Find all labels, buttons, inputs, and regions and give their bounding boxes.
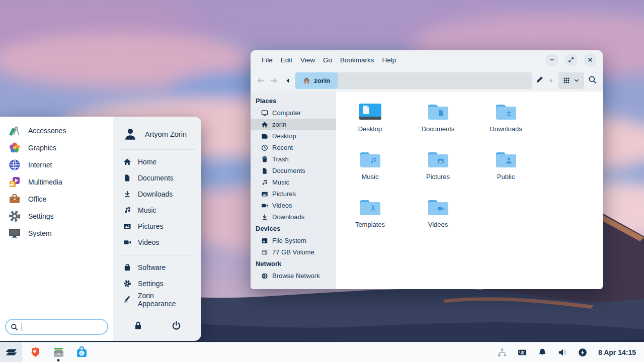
power-button[interactable] [168, 318, 185, 333]
graphics-icon [8, 141, 21, 154]
video-icon [123, 238, 131, 246]
pictures-folder-icon [425, 147, 452, 170]
menu-place-documents[interactable]: Documents [113, 170, 201, 186]
taskbar-app-software[interactable] [71, 342, 92, 362]
view-mode-button[interactable] [558, 72, 584, 89]
close-icon [587, 57, 593, 63]
folder-item-downloads[interactable]: Downloads [472, 99, 540, 146]
back-button[interactable] [257, 76, 265, 85]
category-multimedia[interactable]: Multimedia [0, 173, 113, 191]
sidebar-section-devices: Devices [251, 223, 336, 235]
session-buttons [113, 318, 201, 333]
power-status-icon[interactable] [578, 348, 587, 357]
power-icon [172, 321, 181, 330]
network-icon[interactable] [498, 348, 507, 357]
menu-bookmarks[interactable]: Bookmarks [336, 54, 378, 66]
sidebar-item-file-system[interactable]: File System [251, 235, 336, 246]
taskbar-app-files[interactable] [48, 342, 68, 362]
keyboard-icon[interactable] [518, 348, 527, 357]
folder-item-videos[interactable]: Videos [404, 194, 472, 242]
breadcrumb-scroll-left-button[interactable] [285, 77, 291, 84]
menu-file[interactable]: File [258, 54, 277, 66]
sidebar-item-browse-network[interactable]: Browse Network [251, 270, 336, 282]
sidebar-item-desktop[interactable]: Desktop [251, 130, 336, 142]
search-input[interactable] [26, 322, 103, 332]
category-system[interactable]: System [0, 225, 113, 242]
video-icon [261, 202, 268, 209]
chevron-down-icon [574, 77, 580, 83]
folder-item-pictures[interactable]: Pictures [404, 146, 472, 194]
folder-item-desktop[interactable]: Desktop [336, 99, 404, 146]
folder-item-public[interactable]: Public [472, 146, 540, 194]
zorin-menu-icon [5, 345, 18, 359]
category-settings[interactable]: Settings [0, 208, 113, 225]
menu-shortcut-settings[interactable]: Settings [113, 276, 201, 292]
sidebar-item-recent[interactable]: Recent [251, 142, 336, 153]
forward-button[interactable] [269, 76, 278, 85]
document-icon [261, 167, 268, 174]
software-bag-icon [123, 263, 131, 272]
user-menu[interactable]: Artyom Zorin [113, 124, 201, 145]
taskbar-app-brave[interactable] [25, 342, 45, 362]
close-button[interactable] [584, 53, 597, 66]
menu-go[interactable]: Go [319, 54, 336, 66]
start-menu-button[interactable] [0, 342, 22, 362]
clock[interactable]: 8 Apr 14:15 [598, 348, 636, 356]
desktop-folder-icon [357, 100, 384, 123]
user-icon [123, 127, 137, 141]
sidebar-item-music[interactable]: Music [251, 176, 336, 188]
start-menu-search[interactable] [5, 319, 108, 335]
system-tray: 8 Apr 14:15 [498, 348, 644, 357]
category-graphics[interactable]: Graphics [0, 139, 113, 156]
menu-help[interactable]: Help [378, 54, 400, 66]
minimize-button[interactable] [545, 53, 558, 66]
edit-path-button[interactable] [536, 75, 544, 85]
download-icon [123, 190, 131, 198]
path-bar[interactable]: zorin [295, 72, 532, 89]
sidebar-item-trash[interactable]: Trash [251, 153, 336, 165]
text-caret [22, 323, 22, 331]
breadcrumb-scroll-right-button[interactable] [548, 77, 554, 84]
downloads-folder-icon [493, 100, 520, 123]
menu-place-pictures[interactable]: Pictures [113, 218, 201, 234]
sidebar-item-zorin[interactable]: zorin [251, 119, 336, 130]
lock-button[interactable] [130, 318, 147, 333]
sidebar-item-videos[interactable]: Videos [251, 200, 336, 211]
menu-shortcut-software[interactable]: Software [113, 259, 201, 276]
search-button[interactable] [588, 75, 597, 86]
menu-place-music[interactable]: Music [113, 202, 201, 218]
category-accessories[interactable]: Accessories [0, 122, 113, 139]
sidebar-section-places: Places [251, 95, 336, 107]
menu-place-downloads[interactable]: Downloads [113, 186, 201, 202]
maximize-icon [568, 57, 574, 63]
folder-view[interactable]: Desktop Documents Do [336, 92, 603, 289]
menu-view[interactable]: View [296, 54, 319, 66]
sidebar-item-documents[interactable]: Documents [251, 165, 336, 176]
sidebar-item-computer[interactable]: Computer [251, 107, 336, 119]
notifications-icon[interactable] [538, 348, 547, 357]
window-titlebar[interactable]: File Edit View Go Bookmarks Help [251, 50, 603, 69]
sidebar: Places Computer zorin Desktop Recent Tra… [251, 92, 336, 289]
category-internet[interactable]: Internet [0, 156, 113, 173]
breadcrumb-home[interactable]: zorin [295, 72, 338, 89]
menu-place-videos[interactable]: Videos [113, 234, 201, 250]
maximize-button[interactable] [565, 53, 578, 66]
menu-edit[interactable]: Edit [277, 54, 296, 66]
menu-place-home[interactable]: Home [113, 154, 201, 170]
menu-shortcut-zorin-appearance[interactable]: Zorin Appearance [113, 292, 201, 308]
music-icon [261, 179, 268, 186]
accessories-icon [8, 124, 21, 137]
pencil-icon [536, 75, 544, 83]
folder-item-templates[interactable]: Templates [336, 194, 404, 242]
folder-item-music[interactable]: Music [336, 146, 404, 194]
computer-icon [261, 110, 268, 117]
sidebar-item-pictures[interactable]: Pictures [251, 188, 336, 200]
breadcrumb-label: zorin [314, 77, 330, 84]
picture-icon [261, 191, 268, 198]
sidebar-item-downloads[interactable]: Downloads [251, 211, 336, 223]
folder-item-documents[interactable]: Documents [404, 99, 472, 146]
volume-icon[interactable] [558, 348, 567, 357]
office-icon [8, 193, 21, 206]
category-office[interactable]: Office [0, 191, 113, 208]
sidebar-item-77gb-volume[interactable]: 77 GB Volume [251, 246, 336, 258]
